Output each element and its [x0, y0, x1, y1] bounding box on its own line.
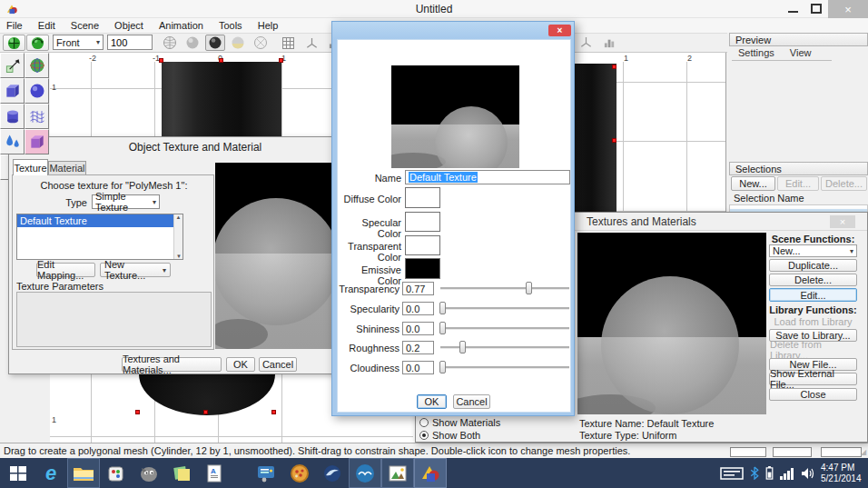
- menu-tools[interactable]: Tools: [212, 18, 249, 34]
- axes-toggle-button[interactable]: [301, 35, 321, 51]
- tab-material[interactable]: Material: [48, 161, 86, 175]
- menu-help[interactable]: Help: [252, 18, 285, 34]
- tm-edit-button[interactable]: Edit...: [769, 288, 857, 302]
- diffuse-color-swatch[interactable]: [405, 187, 440, 208]
- selection-new-button[interactable]: New...: [731, 176, 775, 191]
- editor-titlebar[interactable]: ×: [332, 22, 574, 39]
- render-smooth-button[interactable]: [182, 35, 202, 51]
- sphere-tool[interactable]: [25, 78, 49, 104]
- render-wireframe-button[interactable]: [160, 35, 180, 51]
- menu-file[interactable]: File: [0, 18, 29, 34]
- texture-list[interactable]: Default Texture ▲ ▼: [16, 214, 183, 260]
- menu-object[interactable]: Object: [108, 18, 150, 34]
- battery-icon[interactable]: [765, 466, 774, 480]
- volume-icon[interactable]: [801, 467, 814, 480]
- show-both-radio[interactable]: Show Both: [419, 430, 480, 441]
- bluetooth-icon[interactable]: [750, 466, 759, 480]
- tm-delete-button[interactable]: Delete...: [769, 274, 857, 286]
- editor-ok-button[interactable]: OK: [417, 394, 447, 409]
- selection-handle[interactable]: [279, 58, 283, 63]
- start-button[interactable]: [2, 458, 35, 488]
- tab-texture[interactable]: Texture: [13, 159, 48, 175]
- texture-list-item[interactable]: Default Texture: [17, 214, 182, 227]
- selection-handle[interactable]: [219, 58, 223, 63]
- taskbar-display-settings[interactable]: [251, 458, 283, 488]
- roughness-slider-thumb[interactable]: [459, 341, 466, 354]
- tm-new-select[interactable]: New... ▾: [769, 244, 857, 257]
- cylinder-tool[interactable]: [0, 104, 25, 129]
- tm-close-window-button[interactable]: Close: [769, 388, 857, 401]
- spline-mesh-tool[interactable]: [25, 104, 49, 129]
- selection-handle[interactable]: [612, 138, 616, 143]
- network-icon[interactable]: [780, 467, 794, 480]
- shininess-input[interactable]: 0.0: [402, 322, 434, 335]
- emissive-color-swatch[interactable]: [405, 258, 440, 279]
- taskbar-image-viewer[interactable]: [381, 458, 414, 488]
- cylinder-object-side[interactable]: [575, 64, 616, 212]
- preview-menu-view[interactable]: View: [784, 46, 818, 60]
- grid-toggle-button[interactable]: [278, 35, 298, 51]
- tm-load-library-button[interactable]: Load from Library: [769, 315, 857, 327]
- polymesh-tool[interactable]: [25, 129, 49, 154]
- texture-dialog-ok-button[interactable]: OK: [226, 357, 255, 372]
- tm-show-external-button[interactable]: Show External File...: [769, 373, 857, 385]
- selection-handle[interactable]: [271, 410, 276, 414]
- cube-tool[interactable]: [0, 78, 25, 104]
- maximize-button[interactable]: [811, 4, 822, 14]
- render-shaded-button[interactable]: [205, 35, 225, 51]
- transparency-input[interactable]: 0.77: [402, 282, 434, 295]
- taskbar-openoffice[interactable]: [349, 458, 381, 488]
- rotate-tool[interactable]: [25, 53, 49, 78]
- move-tool[interactable]: [0, 53, 25, 78]
- status-field[interactable]: [821, 447, 862, 457]
- editor-close-button[interactable]: ×: [548, 25, 571, 36]
- texture-list-scrollbar[interactable]: ▲ ▼: [173, 214, 182, 259]
- name-input[interactable]: Default Texture: [405, 170, 570, 184]
- shininess-slider-thumb[interactable]: [439, 322, 446, 334]
- texture-dialog-cancel-button[interactable]: Cancel: [259, 357, 297, 372]
- editor-cancel-button[interactable]: Cancel: [453, 394, 490, 409]
- tm-duplicate-button[interactable]: Duplicate...: [769, 259, 857, 272]
- status-field[interactable]: [730, 447, 766, 457]
- taskbar-art-of-illusion[interactable]: [414, 458, 447, 488]
- specularity-slider[interactable]: [440, 307, 569, 310]
- cylinder-object-front[interactable]: [162, 62, 281, 137]
- selection-delete-button[interactable]: Delete...: [821, 176, 867, 191]
- render-textured-button[interactable]: [228, 35, 248, 51]
- move-view-button[interactable]: [3, 35, 25, 51]
- selection-edit-button[interactable]: Edit...: [777, 176, 819, 191]
- cloudiness-input[interactable]: 0.0: [402, 361, 434, 374]
- taskbar-file-explorer[interactable]: [67, 458, 100, 488]
- textures-and-materials-button[interactable]: Textures and Materials...: [122, 357, 222, 372]
- show-materials-radio[interactable]: Show Materials: [419, 417, 500, 428]
- selection-handle[interactable]: [612, 65, 616, 69]
- render-transparent-button[interactable]: [251, 35, 271, 51]
- keyboard-icon[interactable]: [720, 467, 744, 480]
- specularity-slider-thumb[interactable]: [439, 302, 446, 314]
- drops-tool[interactable]: [0, 129, 25, 154]
- transparency-slider[interactable]: [440, 287, 569, 290]
- shininess-slider[interactable]: [440, 327, 569, 330]
- status-field[interactable]: [773, 447, 812, 457]
- taskbar-sticky-notes[interactable]: [165, 458, 198, 488]
- rotate-view-button[interactable]: [26, 35, 49, 51]
- taskbar-wordpad[interactable]: A: [198, 458, 231, 488]
- texture-type-select[interactable]: Simple Texture ▾: [92, 194, 160, 209]
- new-texture-button[interactable]: New Texture... ▾: [100, 263, 171, 277]
- taskbar-bird[interactable]: [316, 458, 349, 488]
- taskbar-internet-explorer[interactable]: e: [35, 458, 67, 488]
- cloudiness-slider[interactable]: [440, 366, 569, 369]
- close-button[interactable]: ×: [828, 0, 868, 18]
- roughness-input[interactable]: 0.2: [402, 341, 434, 354]
- taskbar-pizza[interactable]: [283, 458, 316, 488]
- tm-delete-library-button[interactable]: Delete from Library...: [769, 344, 857, 356]
- specular-color-swatch[interactable]: [405, 212, 440, 232]
- resize-grip[interactable]: ◢: [861, 448, 866, 456]
- specularity-input[interactable]: 0.0: [402, 302, 434, 315]
- cloudiness-slider-thumb[interactable]: [439, 361, 446, 373]
- view-direction-select[interactable]: Front ▾: [53, 35, 104, 50]
- selection-handle[interactable]: [203, 410, 208, 414]
- zoom-input[interactable]: [107, 35, 153, 50]
- tm-close-button[interactable]: ×: [830, 215, 855, 228]
- selection-handle[interactable]: [159, 58, 163, 63]
